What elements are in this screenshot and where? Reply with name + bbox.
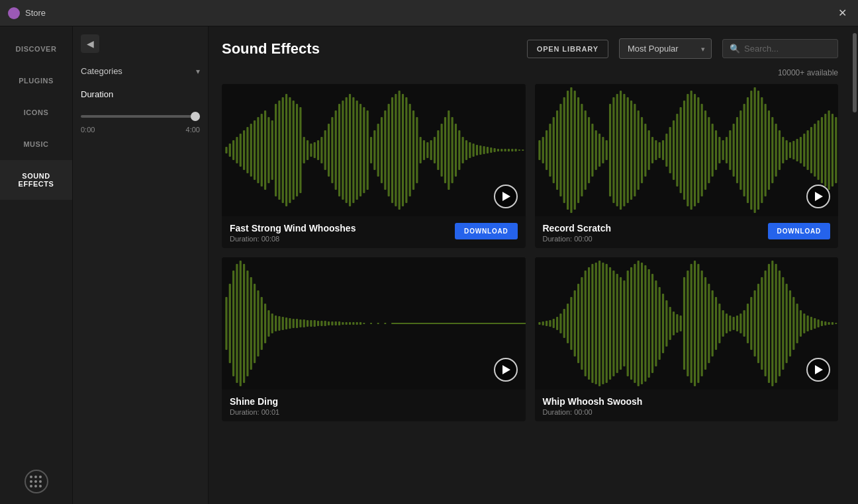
svg-rect-128: [683, 101, 685, 200]
card-info-2: Record Scratch Duration: 00:00 DOWNLOAD: [535, 216, 839, 248]
sidebar-item-discover[interactable]: DISCOVER: [0, 33, 72, 65]
svg-rect-125: [672, 120, 674, 180]
search-icon: 🔍: [730, 44, 740, 54]
svg-rect-48: [391, 97, 393, 203]
close-button[interactable]: ✕: [834, 5, 850, 21]
download-button-1[interactable]: DOWNLOAD: [455, 223, 517, 239]
play-button-3[interactable]: [494, 358, 518, 382]
svg-rect-10: [257, 117, 259, 183]
svg-rect-295: [810, 317, 812, 330]
svg-rect-120: [655, 140, 657, 160]
svg-rect-258: [679, 315, 681, 331]
svg-rect-191: [289, 318, 291, 329]
sound-card-1: Fast Strong Wind Whooshes Duration: 00:0…: [222, 84, 526, 248]
collapse-button[interactable]: ◀: [81, 34, 99, 53]
svg-rect-121: [658, 142, 660, 158]
svg-rect-56: [420, 137, 422, 163]
grid-dot: [39, 480, 42, 483]
svg-rect-202: [328, 321, 330, 325]
svg-rect-182: [257, 290, 259, 357]
svg-rect-103: [595, 130, 596, 170]
sidebar-item-icons[interactable]: ICONS: [0, 97, 72, 128]
play-button-4[interactable]: [806, 358, 830, 382]
svg-rect-207: [346, 322, 348, 325]
svg-rect-117: [644, 124, 646, 177]
sort-dropdown[interactable]: Most Popular Newest A-Z: [619, 38, 712, 59]
svg-rect-154: [775, 124, 777, 177]
content-area[interactable]: Fast Strong Wind Whooshes Duration: 00:0…: [209, 84, 851, 504]
svg-rect-43: [373, 130, 375, 170]
categories-label: Categories: [81, 66, 122, 76]
svg-rect-98: [577, 97, 579, 203]
card-text-3: Shine Ding Duration: 00:01: [230, 396, 279, 416]
svg-rect-279: [753, 290, 755, 357]
svg-rect-197: [310, 320, 312, 327]
svg-rect-253: [661, 294, 663, 353]
grid-dot: [30, 476, 32, 478]
svg-rect-139: [722, 140, 724, 160]
sidebar-bottom: [24, 470, 48, 493]
svg-rect-211: [359, 322, 361, 325]
scrollbar[interactable]: [851, 26, 858, 504]
svg-rect-87: [538, 140, 540, 160]
svg-rect-288: [785, 284, 787, 363]
search-box: 🔍: [722, 39, 838, 58]
svg-rect-28: [320, 137, 322, 163]
svg-rect-24: [307, 140, 309, 160]
card-text-2: Record Scratch Duration: 00:00: [543, 223, 611, 243]
download-button-2[interactable]: DOWNLOAD: [768, 223, 830, 239]
grid-dot: [30, 485, 32, 487]
play-button-1[interactable]: [494, 185, 518, 208]
svg-rect-9: [254, 120, 256, 180]
svg-rect-59: [430, 140, 432, 160]
svg-rect-208: [349, 322, 351, 325]
svg-rect-158: [788, 142, 790, 158]
svg-rect-168: [824, 114, 826, 187]
svg-rect-204: [335, 321, 337, 325]
grid-icon-button[interactable]: [24, 470, 48, 493]
sidebar-item-music[interactable]: MUSIC: [0, 128, 72, 160]
titlebar: Store ✕: [0, 0, 858, 26]
search-input[interactable]: [744, 44, 830, 54]
waveform-1: [222, 84, 526, 216]
svg-rect-271: [725, 314, 727, 333]
svg-rect-292: [799, 310, 801, 337]
card-duration-2: Duration: 00:00: [543, 235, 611, 243]
svg-rect-35: [346, 97, 348, 203]
svg-rect-50: [399, 91, 401, 210]
svg-rect-94: [563, 97, 565, 203]
svg-rect-240: [616, 274, 618, 373]
svg-rect-68: [462, 137, 464, 163]
svg-rect-52: [405, 97, 407, 203]
svg-rect-300: [828, 322, 830, 325]
svg-rect-291: [796, 304, 798, 343]
svg-rect-18: [285, 94, 287, 206]
svg-rect-173: [225, 297, 227, 350]
sidebar-item-label-sound-effects: SOUNDEFFECTS: [19, 172, 54, 188]
svg-rect-108: [612, 97, 614, 203]
svg-rect-260: [687, 271, 689, 376]
svg-rect-8: [250, 124, 252, 177]
scrollbar-thumb[interactable]: [853, 33, 857, 112]
sidebar-item-sound-effects[interactable]: SOUNDEFFECTS: [0, 160, 72, 200]
card-title-4: Whip Whoosh Swoosh: [543, 396, 643, 407]
svg-rect-11: [261, 114, 263, 187]
svg-rect-129: [687, 94, 689, 206]
duration-label: Duration: [81, 89, 200, 99]
svg-rect-281: [761, 277, 763, 370]
open-library-button[interactable]: OPEN LIBRARY: [527, 40, 608, 58]
svg-rect-176: [236, 264, 238, 383]
svg-rect-157: [785, 140, 787, 160]
svg-rect-230: [581, 277, 583, 370]
svg-rect-284: [771, 261, 773, 386]
play-button-2[interactable]: [806, 185, 830, 208]
duration-slider[interactable]: [81, 115, 200, 118]
svg-rect-249: [647, 269, 649, 378]
categories-row[interactable]: Categories ▾: [81, 63, 200, 79]
svg-rect-246: [637, 261, 639, 386]
svg-rect-232: [587, 267, 589, 380]
svg-rect-65: [452, 117, 453, 183]
duration-section: Duration 0:00 4:00: [81, 89, 200, 134]
sidebar-item-plugins[interactable]: PLUGINS: [0, 65, 72, 97]
svg-rect-138: [718, 137, 720, 163]
